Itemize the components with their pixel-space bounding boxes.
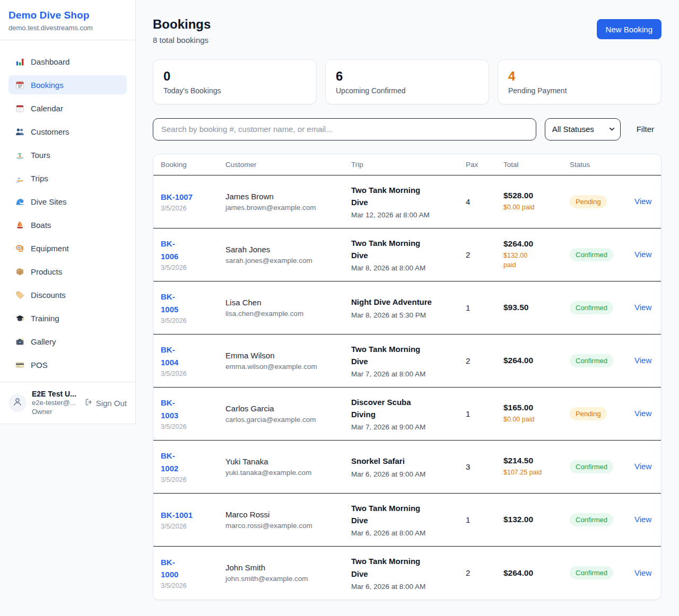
view-link[interactable]: View: [634, 303, 651, 312]
customer-cell: John Smithjohn.smith@example.com: [225, 563, 351, 583]
trip-cell: Two Tank Morning DiveMar 6, 2026 at 8:00…: [351, 502, 466, 538]
view-link[interactable]: View: [634, 250, 651, 259]
booking-date: 3/5/2026: [161, 423, 225, 430]
trip-datetime: Mar 6, 2026 at 8:00 AM: [351, 583, 466, 591]
status-badge: Pending: [570, 407, 607, 420]
sidebar-item-bookings[interactable]: 17Bookings: [8, 75, 127, 94]
table-header-row: BookingCustomerTripPaxTotalStatus: [153, 154, 661, 175]
status-cell: Pending: [570, 407, 634, 420]
view-link[interactable]: View: [634, 409, 651, 418]
sidebar-item-gallery[interactable]: Gallery: [8, 332, 127, 351]
sidebar-item-equipment[interactable]: Equipment: [8, 239, 127, 258]
sidebar-item-label: Trips: [31, 174, 48, 183]
sign-out-button[interactable]: Sign Out: [85, 398, 127, 408]
sidebar-item-pos[interactable]: POS: [8, 355, 127, 374]
amount-paid: $107.25 paid: [503, 468, 570, 477]
booking-id-link[interactable]: BK- 1002: [161, 450, 225, 474]
sidebar-item-dive-sites[interactable]: Dive Sites: [8, 192, 127, 211]
sidebar-item-label: Dive Sites: [31, 197, 67, 206]
signout-icon: [85, 398, 93, 408]
filter-row: All Statuses Filter: [153, 118, 661, 140]
actions-cell: View: [634, 356, 654, 365]
status-select[interactable]: All Statuses: [545, 118, 621, 140]
shop-domain: demo.test.divestreams.com: [8, 24, 127, 32]
new-booking-button[interactable]: New Booking: [597, 19, 661, 39]
sidebar-item-label: Discounts: [31, 291, 66, 300]
view-link[interactable]: View: [634, 515, 651, 524]
sidebar-item-boats[interactable]: Boats: [8, 215, 127, 234]
total-cell: $132.00: [503, 515, 570, 524]
pax-value: 3: [466, 462, 503, 471]
booking-id-link[interactable]: BK- 1003: [161, 397, 225, 421]
total-amount: $93.50: [503, 303, 570, 312]
sidebar-item-dashboard[interactable]: Dashboard: [8, 52, 127, 71]
sidebar-item-label: Equipment: [31, 244, 69, 253]
customer-email: lisa.chen@example.com: [225, 310, 351, 318]
customer-name: Marco Rossi: [225, 510, 351, 519]
booking-id-link[interactable]: BK- 1000: [161, 556, 225, 581]
pax-value: 4: [466, 197, 503, 206]
search-input[interactable]: [153, 118, 536, 140]
sidebar-item-customers[interactable]: Customers: [8, 122, 127, 141]
trip-datetime: Mar 6, 2026 at 8:00 AM: [351, 529, 466, 537]
customer-name: John Smith: [225, 563, 351, 572]
booking-id-link[interactable]: BK- 1005: [161, 291, 225, 315]
table-row: BK- 10033/5/2026Carlos Garciacarlos.garc…: [153, 388, 661, 441]
stats-row: 0Today's Bookings6Upcoming Confirmed4Pen…: [153, 59, 661, 104]
actions-cell: View: [634, 462, 654, 471]
trip-name: Night Dive Adventure: [351, 296, 466, 308]
view-link[interactable]: View: [634, 568, 651, 577]
sidebar-item-calendar[interactable]: Calendar: [8, 99, 127, 118]
status-badge: Confirmed: [570, 566, 613, 579]
tours-icon: [15, 150, 24, 160]
trip-cell: Two Tank Morning DiveMar 6, 2026 at 8:00…: [351, 555, 466, 591]
sidebar-item-tours[interactable]: Tours: [8, 145, 127, 164]
trip-cell: Discover Scuba DivingMar 7, 2026 at 9:00…: [351, 396, 466, 432]
customers-icon: [15, 127, 24, 136]
sidebar-item-label: Tours: [31, 151, 50, 160]
pax-value: 1: [466, 409, 503, 418]
sidebar-item-label: Dashboard: [31, 57, 69, 66]
pax-value: 2: [466, 568, 503, 577]
view-link[interactable]: View: [634, 197, 651, 206]
total-amount: $165.00: [503, 403, 570, 412]
sidebar-item-training[interactable]: Training: [8, 309, 127, 328]
trip-name: Two Tank Morning Dive: [351, 184, 466, 209]
trip-name: Two Tank Morning Dive: [351, 237, 466, 262]
trip-cell: Night Dive AdventureMar 8, 2026 at 5:30 …: [351, 296, 466, 319]
total-amount: $528.00: [503, 191, 570, 200]
booking-date: 3/5/2026: [161, 264, 225, 271]
sidebar-item-discounts[interactable]: Discounts: [8, 285, 127, 304]
status-select-wrap: All Statuses: [545, 118, 621, 140]
booking-id-link[interactable]: BK-1001: [161, 509, 225, 521]
customer-name: Lisa Chen: [225, 298, 351, 307]
booking-id-link[interactable]: BK-1007: [161, 191, 225, 203]
booking-date: 3/5/2026: [161, 205, 225, 212]
calendar-icon: [15, 103, 24, 113]
status-badge: Confirmed: [570, 248, 613, 261]
sign-out-label: Sign Out: [96, 399, 127, 408]
sidebar-item-trips[interactable]: Trips: [8, 169, 127, 188]
customer-cell: Yuki Tanakayuki.tanaka@example.com: [225, 457, 351, 477]
trip-name: Discover Scuba Diving: [351, 396, 466, 421]
booking-id-link[interactable]: BK- 1006: [161, 237, 225, 262]
table-row: BK- 10043/5/2026Emma Wilsonemma.wilson@e…: [153, 335, 661, 388]
pax-value: 1: [466, 515, 503, 524]
view-link[interactable]: View: [634, 462, 651, 471]
amount-paid: $132.00 paid: [503, 251, 570, 270]
status-badge: Confirmed: [570, 460, 613, 473]
status-cell: Confirmed: [570, 566, 634, 579]
booking-cell: BK-10073/5/2026: [161, 191, 225, 212]
user-info: E2E Test U... e2e-tester@... Owner: [32, 389, 76, 417]
total-amount: $264.00: [503, 239, 570, 249]
table-row: BK- 10023/5/2026Yuki Tanakayuki.tanaka@e…: [153, 441, 661, 494]
status-cell: Confirmed: [570, 460, 634, 473]
trip-cell: Snorkel SafariMar 6, 2026 at 9:00 AM: [351, 455, 466, 478]
total-cell: $165.00$0.00 paid: [503, 403, 570, 424]
sidebar-item-label: Products: [31, 267, 62, 276]
view-link[interactable]: View: [634, 356, 651, 365]
sidebar-item-products[interactable]: Products: [8, 262, 127, 281]
filter-button[interactable]: Filter: [629, 125, 661, 134]
sidebar-item-label: Training: [31, 314, 59, 323]
booking-id-link[interactable]: BK- 1004: [161, 344, 225, 368]
